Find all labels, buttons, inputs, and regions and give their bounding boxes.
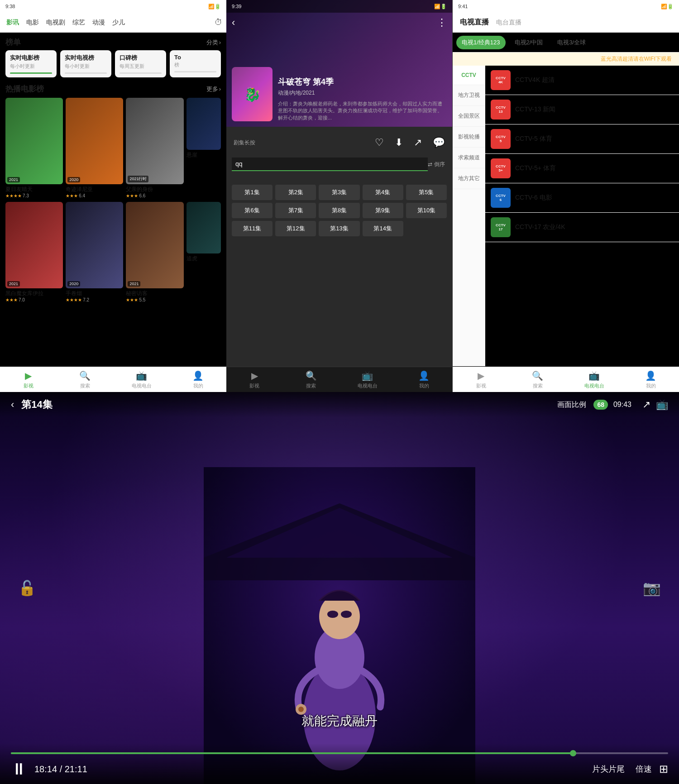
channel-cctv17[interactable]: CCTV17 CCTV-17 农业/4K: [485, 213, 679, 242]
s2-search-icon: 🔍: [306, 370, 317, 381]
sidebar-other[interactable]: 地方其它: [453, 168, 485, 189]
sidebar-cctv[interactable]: CCTV: [453, 66, 485, 85]
bottom-nav-mine[interactable]: 👤 我的: [170, 370, 226, 389]
movie-card-3[interactable]: 悬崖: [186, 98, 221, 198]
svg-point-7: [341, 611, 352, 618]
episode-3[interactable]: 第3集: [319, 185, 359, 200]
s3-search-icon: 🔍: [532, 370, 543, 381]
s2-subtitle: 动漫/内地/2021: [278, 89, 447, 97]
hot-movies-header: 热播电影榜 更多 ›: [0, 82, 226, 98]
s2-episode-count: 剧集长按: [234, 139, 255, 147]
sidebar-quanguo[interactable]: 全国景区: [453, 106, 485, 127]
s2-nav-tv[interactable]: 📺 电视电台: [340, 370, 396, 389]
chart-to[interactable]: To 榜: [170, 50, 221, 77]
episode-11[interactable]: 第11集: [232, 221, 273, 236]
s3-header: 电视直播 电台直播: [453, 13, 679, 33]
nav-tab-shaoe[interactable]: 少儿: [110, 17, 128, 29]
chart-realtime-movie[interactable]: 实时电影榜 每小时更新: [5, 50, 57, 77]
episode-14[interactable]: 第14集: [363, 221, 403, 236]
chart-realtime-tv[interactable]: 实时电视榜 每小时更新: [60, 50, 111, 77]
channel-cctv5plus[interactable]: CCTV5+ CCTV-5+ 体育: [485, 154, 679, 183]
share-icon[interactable]: ↗: [642, 399, 650, 411]
speed-button[interactable]: 倍速: [636, 764, 652, 774]
logo-cctv5plus: CCTV5+: [491, 158, 511, 178]
bottom-nav-tv[interactable]: 📺 电视电台: [113, 370, 170, 389]
episode-7[interactable]: 第7集: [275, 203, 316, 218]
channel-cctv5[interactable]: CCTV5 CCTV-5 体育: [485, 124, 679, 154]
nav-tab-dianying[interactable]: 电影: [24, 17, 42, 29]
back-button-2[interactable]: ‹: [232, 17, 235, 29]
sidebar-yingshi[interactable]: 影视轮播: [453, 127, 485, 148]
cast-icon[interactable]: 📺: [656, 399, 668, 411]
s3-tab-2[interactable]: 电视2/中国: [509, 36, 549, 49]
download-button[interactable]: ⬇: [395, 137, 403, 148]
video-progress-bar[interactable]: [11, 752, 668, 754]
movie-card-7[interactable]: 追虎: [186, 202, 221, 302]
nav-tab-dianshiju[interactable]: 电视剧: [43, 17, 68, 29]
charts-action[interactable]: 分类 ›: [206, 38, 221, 47]
movie-card-1[interactable]: 2020 奇迹泽尼亚 ★★★ 6.4: [66, 98, 123, 198]
hot-movies-title: 热播电影榜: [5, 84, 44, 94]
chart-bar-3: [120, 72, 162, 74]
s2-mine-label: 我的: [419, 382, 429, 389]
episode-9[interactable]: 第9集: [363, 203, 403, 218]
s3-nav-yingshi[interactable]: ▶ 影视: [453, 367, 509, 392]
chart-reputation[interactable]: 口碑榜 每周五更新: [115, 50, 166, 77]
movie-card-5[interactable]: 2020 手卷烟 ★★★★ 7.2: [66, 202, 123, 302]
channel-cctv4k[interactable]: CCTV4K CCTV4K 超清: [485, 66, 679, 95]
signal-1: 📶🔋: [208, 4, 221, 10]
episode-8[interactable]: 第8集: [319, 203, 359, 218]
episode-10[interactable]: 第10集: [406, 203, 447, 218]
s2-header: ‹ ⋮: [226, 13, 452, 33]
nav-tab-dongman[interactable]: 动漫: [90, 17, 108, 29]
skip-intro-button[interactable]: 片头片尾: [592, 764, 625, 774]
chart-bar-2: [65, 72, 107, 74]
s3-nav-mine[interactable]: 👤 我的: [622, 367, 679, 392]
movie-card-6[interactable]: 2021 秘密访客 ★★★ 5.5: [126, 202, 183, 302]
video-back-button[interactable]: ‹: [11, 399, 14, 411]
more-button-2[interactable]: ⋮: [437, 17, 447, 29]
nav-tab-zongyi[interactable]: 综艺: [70, 17, 88, 29]
s2-yingshi-icon: ▶: [251, 370, 258, 381]
channel-cctv13[interactable]: CCTV13 CCTV-13 新闻: [485, 95, 679, 124]
s2-nav-search[interactable]: 🔍 搜索: [283, 370, 340, 389]
episode-13[interactable]: 第13集: [319, 221, 359, 236]
pause-button[interactable]: ⏸: [11, 760, 27, 779]
s3-tab-3[interactable]: 电视3/全球: [552, 36, 591, 49]
history-icon[interactable]: ⏱: [215, 18, 223, 27]
sort-button[interactable]: ⇄ 倒序: [428, 161, 447, 168]
episode-5[interactable]: 第5集: [406, 185, 447, 200]
movie-card-4[interactable]: 2021 黑白魔女库伊拉 ★★★ 7.0: [5, 202, 63, 302]
episode-2[interactable]: 第2集: [275, 185, 316, 200]
episode-12[interactable]: 第12集: [275, 221, 316, 236]
hot-movies-action[interactable]: 更多 ›: [206, 85, 221, 93]
movie-stars-4: ★★★ 7.0: [5, 297, 63, 302]
s2-tv-icon: 📺: [362, 370, 373, 381]
s2-nav-yingshi[interactable]: ▶ 影视: [226, 370, 283, 389]
expand-button[interactable]: ⊞: [659, 763, 668, 775]
s3-nav-tv[interactable]: 📺 电视电台: [566, 367, 622, 392]
s3-tv-icon: 📺: [588, 370, 600, 381]
s2-nav-mine[interactable]: 👤 我的: [396, 370, 452, 389]
bottom-nav-search[interactable]: 🔍 搜索: [57, 370, 113, 389]
share-button-2[interactable]: ↗: [414, 137, 422, 148]
nav-tab-yingxun[interactable]: 影讯: [4, 17, 22, 29]
s3-nav-search[interactable]: 🔍 搜索: [509, 367, 566, 392]
screenshot-icon[interactable]: 📷: [643, 579, 661, 597]
favorite-button[interactable]: ♡: [375, 137, 384, 148]
episode-6[interactable]: 第6集: [232, 203, 273, 218]
comment-button[interactable]: 💬: [433, 137, 445, 148]
channel-cctv6[interactable]: CCTV6 CCTV-6 电影: [485, 183, 679, 213]
episode-1[interactable]: 第1集: [232, 185, 273, 200]
lock-icon[interactable]: 🔓: [18, 579, 36, 597]
movie-card-2[interactable]: 2021行时 父亲的身份 ★★★ 6.6: [126, 98, 183, 198]
video-ratio-label[interactable]: 画面比例: [557, 400, 586, 410]
episode-4[interactable]: 第4集: [363, 185, 403, 200]
sidebar-qiusuo[interactable]: 求索频道: [453, 148, 485, 168]
s3-tab-1[interactable]: 电视1/经典123: [456, 36, 506, 49]
sidebar-difang[interactable]: 地方卫视: [453, 85, 485, 106]
s2-yingshi-label: 影视: [249, 382, 259, 389]
bottom-nav-yingshi[interactable]: ▶ 影视: [0, 370, 57, 389]
movie-card-0[interactable]: 2021 夏日友晴天 ★★★★ 7.3: [5, 98, 63, 198]
episode-search-input[interactable]: [232, 158, 428, 171]
